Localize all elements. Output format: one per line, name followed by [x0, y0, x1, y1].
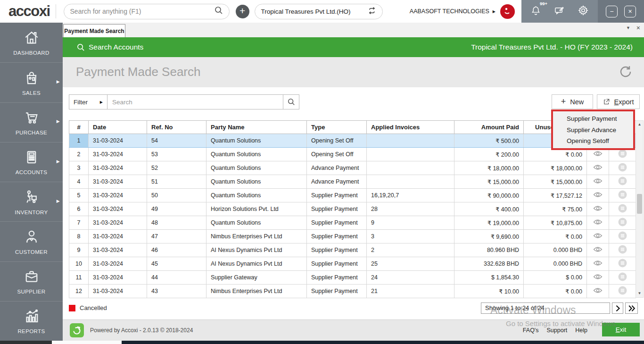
view-button[interactable]: [587, 216, 609, 230]
cell-party: Quantum Solutions: [206, 134, 307, 148]
scroll-up-icon[interactable]: ▲: [636, 121, 643, 128]
row-actions-button[interactable]: [609, 230, 636, 243]
tab-list-caret-icon[interactable]: ▼: [626, 25, 630, 31]
cancelled-color-swatch: [69, 305, 75, 311]
cell-party: Quantum Solutions: [206, 189, 307, 202]
table-row[interactable]: 9 31-03-2024 46 AI Nexus Dynamics Pvt Lt…: [69, 243, 636, 257]
new-menu-item[interactable]: Opening Setoff: [553, 137, 633, 144]
global-search[interactable]: [64, 4, 230, 19]
switch-company-icon[interactable]: [367, 6, 376, 17]
company-selector[interactable]: Tropical Treasures Pvt Ltd.(HO): [255, 4, 383, 19]
view-button[interactable]: [587, 230, 609, 243]
table-row[interactable]: 4 31-03-2024 51 Quantum Solutions Advanc…: [69, 175, 636, 189]
view-button[interactable]: [587, 271, 609, 285]
sidebar-item-customer[interactable]: CUSTOMER: [0, 221, 63, 261]
table-row[interactable]: 7 31-03-2024 48 Quantum Solutions Suppli…: [69, 216, 636, 230]
table-row[interactable]: 10 31-03-2024 45 AI Nexus Dynamics Pvt L…: [69, 257, 636, 271]
col-header-paid[interactable]: Amount Paid: [454, 121, 524, 134]
minimize-button[interactable]: −: [606, 6, 618, 17]
messages-button[interactable]: [554, 5, 565, 18]
cell-date: 31-03-2024: [89, 257, 147, 271]
row-actions-button[interactable]: [609, 189, 636, 202]
col-header-index[interactable]: #: [69, 121, 89, 134]
tab-payment-made-search[interactable]: Payment Made Search: [63, 24, 125, 37]
close-button[interactable]: ×: [624, 6, 636, 17]
sidebar-item-reports[interactable]: REPORTS: [0, 301, 63, 341]
col-header-refno[interactable]: Ref. No: [147, 121, 206, 134]
eye-icon: [593, 232, 603, 239]
view-button[interactable]: [587, 285, 609, 298]
new-button[interactable]: + New: [552, 94, 593, 109]
sidebar-item-supplier[interactable]: SUPPLIER: [0, 261, 63, 301]
sidebar-item-dashboard[interactable]: DASHBOARD: [0, 23, 63, 62]
cell-index: 4: [69, 175, 89, 189]
view-button[interactable]: [587, 161, 609, 175]
footer-link[interactable]: FAQ's: [523, 327, 539, 334]
view-button[interactable]: [587, 202, 609, 216]
cell-refno: 51: [147, 175, 206, 189]
row-actions-button[interactable]: [609, 202, 636, 216]
eye-icon: [593, 150, 603, 157]
cell-amount-paid: ₹ 500.00: [454, 134, 524, 148]
row-actions-button[interactable]: [609, 285, 636, 298]
table-row[interactable]: 5 31-03-2024 50 Quantum Solutions Suppli…: [69, 189, 636, 202]
sidebar-item-purchase[interactable]: PURCHASE ▶: [0, 102, 63, 142]
last-page-button[interactable]: [625, 302, 638, 314]
filter-dropdown[interactable]: Filter ▶: [69, 94, 107, 109]
cell-refno: 53: [147, 148, 206, 161]
view-button[interactable]: [587, 257, 609, 271]
table-row[interactable]: 12 31-03-2024 43 Nimbus Enterprises Pvt …: [69, 285, 636, 298]
view-button[interactable]: [587, 243, 609, 257]
cell-date: 31-03-2024: [89, 134, 147, 148]
notifications-button[interactable]: 99+: [530, 5, 541, 18]
col-header-date[interactable]: Date: [89, 121, 147, 134]
table-search-button[interactable]: [283, 94, 299, 109]
global-search-input[interactable]: [70, 8, 215, 15]
table-row[interactable]: 8 31-03-2024 47 Nimbus Enterprises Pvt L…: [69, 230, 636, 243]
col-header-type[interactable]: Type: [307, 121, 367, 134]
table-scrollbar[interactable]: ▲ ▼: [636, 120, 644, 298]
row-menu-icon: [618, 149, 627, 158]
tab-close-icon[interactable]: ×: [636, 25, 640, 31]
row-actions-button[interactable]: [609, 243, 636, 257]
cell-applied-invoices: [367, 134, 454, 148]
tab-title: Payment Made Search: [64, 28, 124, 34]
cell-amount-paid: ₹ 400.00: [454, 202, 524, 216]
sidebar-item-sales[interactable]: SALES ▶: [0, 62, 63, 102]
user-menu[interactable]: AABASOFT TECHNOLOGIES ▶: [410, 8, 495, 15]
view-button[interactable]: [587, 189, 609, 202]
new-menu-item[interactable]: Supplier Payment: [553, 115, 633, 122]
sidebar-item-accounts[interactable]: ACCOUNTS ▶: [0, 142, 63, 182]
view-button[interactable]: [587, 175, 609, 189]
next-page-button[interactable]: [612, 302, 623, 314]
avatar[interactable]: [500, 4, 515, 19]
eye-icon: [593, 287, 603, 294]
table-row[interactable]: 11 31-03-2024 44 Supplier Gateway Suppli…: [69, 271, 636, 285]
row-actions-button[interactable]: [609, 271, 636, 285]
row-actions-button[interactable]: [609, 257, 636, 271]
row-actions-button[interactable]: [609, 161, 636, 175]
scroll-down-icon[interactable]: ▼: [636, 290, 643, 297]
export-icon: [603, 98, 610, 105]
page-title: Payment Made Search: [76, 65, 200, 79]
col-header-applied[interactable]: Applied Invoices: [367, 121, 454, 134]
new-menu-item[interactable]: Supplier Advance: [553, 126, 633, 134]
cell-applied-invoices: 9: [367, 216, 454, 230]
export-button[interactable]: Export: [597, 94, 640, 109]
refresh-button[interactable]: [619, 65, 633, 81]
footer-link[interactable]: Help: [575, 327, 587, 334]
row-actions-button[interactable]: [609, 216, 636, 230]
table-search-input[interactable]: [107, 94, 283, 109]
table-row[interactable]: 6 31-03-2024 49 Horizon Solutions Pvt. L…: [69, 202, 636, 216]
row-actions-button[interactable]: [609, 175, 636, 189]
sidebar-item-inventory[interactable]: INVENTORY ▶: [0, 182, 63, 221]
bar-chart-icon: [23, 308, 40, 325]
col-header-party[interactable]: Party Name: [206, 121, 307, 134]
cell-refno: 54: [147, 134, 206, 148]
scrollbar-thumb[interactable]: [637, 194, 642, 214]
quick-add-button[interactable]: +: [236, 5, 249, 18]
settings-button[interactable]: [578, 5, 589, 18]
footer-link[interactable]: Support: [547, 327, 568, 334]
exit-button[interactable]: Exit: [602, 323, 640, 336]
table-row[interactable]: 3 31-03-2024 52 Quantum Solutions Advanc…: [69, 161, 636, 175]
